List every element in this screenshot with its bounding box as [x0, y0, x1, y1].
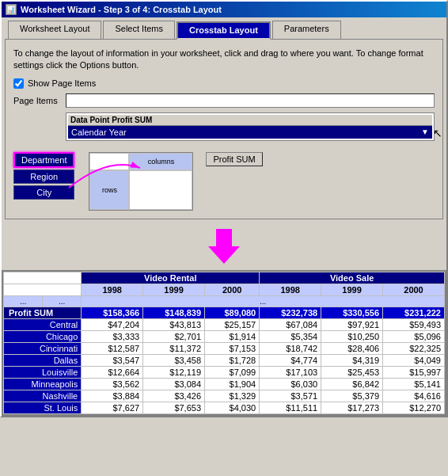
- arrow-head: [208, 246, 240, 264]
- ps-val-1: $148,839: [143, 307, 205, 318]
- tab-content: To change the layout of information in y…: [5, 39, 443, 219]
- c-v0: $47,204: [82, 318, 143, 330]
- cv-topright: columns: [129, 153, 192, 170]
- stl-v1: $7,653: [143, 402, 205, 413]
- nas-v2: $1,329: [205, 390, 260, 402]
- dal-v5: $4,049: [383, 354, 445, 366]
- arrow-shaft: [216, 229, 232, 246]
- dots-3: ...: [82, 295, 445, 307]
- tab-select-items[interactable]: Select Items: [103, 21, 175, 39]
- data-panel: Data Point Profit SUM Calendar Year ▼: [66, 112, 435, 141]
- dots-row: ... ... ...: [4, 295, 445, 307]
- stlouis-row: St. Louis $7,627 $7,653 $4,030 $11,511 $…: [4, 402, 445, 413]
- dal-v1: $3,458: [143, 354, 205, 366]
- lou-v1: $12,119: [143, 366, 205, 378]
- chi-v1: $2,701: [143, 330, 205, 342]
- stl-v3: $11,511: [260, 402, 321, 413]
- data-table: Video Rental Video Sale 1998 1999 2000 1…: [3, 272, 445, 414]
- louisville-label: Louisville: [4, 366, 82, 378]
- cin-v3: $18,742: [260, 342, 321, 354]
- c-v5: $59,493: [383, 318, 445, 330]
- window-title: Worksheet Wizard - Step 3 of 4: Crosstab…: [21, 5, 222, 14]
- ps-val-3: $232,738: [260, 307, 321, 318]
- cv-topleft: [89, 153, 129, 170]
- row-fields-panel: Department Region City: [13, 152, 74, 200]
- stl-v5: $12,270: [383, 402, 445, 413]
- calendar-year-item[interactable]: Calendar Year ▼: [68, 126, 432, 139]
- chi-v0: $3,333: [82, 330, 143, 342]
- empty-corner-2: [4, 284, 82, 295]
- calendar-year-button[interactable]: ▼: [421, 128, 429, 136]
- tab-parameters[interactable]: Parameters: [272, 21, 341, 39]
- show-page-items-checkbox[interactable]: [13, 78, 24, 89]
- profit-sum-row: Profit SUM $158,366 $148,839 $89,080 $23…: [4, 307, 445, 318]
- dal-v3: $4,774: [260, 354, 321, 366]
- dots-2: ...: [43, 295, 82, 307]
- data-fields-panel: Profit SUM: [206, 152, 262, 166]
- louisville-row: Louisville $12,664 $12,119 $7,099 $17,10…: [4, 366, 445, 378]
- tab-crosstab-layout[interactable]: Crosstab Layout: [177, 21, 271, 40]
- chicago-row: Chicago $3,333 $2,701 $1,914 $5,354 $10,…: [4, 330, 445, 342]
- chicago-label: Chicago: [4, 330, 82, 342]
- cin-v5: $22,325: [383, 342, 445, 354]
- stl-v2: $4,030: [205, 402, 260, 413]
- year-subheader-row: 1998 1999 2000 1998 1999 2000: [4, 284, 445, 295]
- page-items-input[interactable]: [66, 93, 435, 108]
- down-arrow-group: [208, 229, 240, 264]
- dal-v4: $4,319: [321, 354, 383, 366]
- data-panel-header: Data Point Profit SUM: [68, 115, 432, 126]
- nashville-row: Nashville $3,884 $3,426 $1,329 $3,571 $5…: [4, 390, 445, 402]
- app-icon: 📊: [6, 4, 17, 15]
- c-v4: $97,921: [321, 318, 383, 330]
- crosstab-grid: columns rows: [89, 152, 193, 211]
- nas-v1: $3,426: [143, 390, 205, 402]
- ps-val-2: $89,080: [205, 307, 260, 318]
- dal-v0: $3,547: [82, 354, 143, 366]
- data-panel-area: Data Point Profit SUM Calendar Year ▼ ↖: [66, 112, 435, 141]
- tab-worksheet-layout[interactable]: Worksheet Layout: [8, 21, 101, 39]
- minneapolis-row: Minneapolis $3,562 $3,084 $1,904 $6,030 …: [4, 378, 445, 390]
- lou-v5: $15,997: [383, 366, 445, 378]
- department-field[interactable]: Department: [13, 152, 74, 168]
- cin-v4: $28,406: [321, 342, 383, 354]
- crosstab-layout-area: Department Region City columns: [13, 144, 435, 211]
- ps-val-4: $330,556: [321, 307, 383, 318]
- cincinnati-label: Cincinnati: [4, 342, 82, 354]
- nas-v4: $5,379: [321, 390, 383, 402]
- cv-bottomright: [129, 170, 192, 210]
- cursor-indicator: ↖: [433, 127, 442, 139]
- show-page-items-row: Show Page Items: [13, 78, 435, 89]
- nas-v0: $3,884: [82, 390, 143, 402]
- min-v3: $6,030: [260, 378, 321, 390]
- main-window: 📊 Worksheet Wizard - Step 3 of 4: Crosst…: [0, 0, 448, 417]
- chi-v5: $5,096: [383, 330, 445, 342]
- chi-v4: $10,250: [321, 330, 383, 342]
- chi-v2: $1,914: [205, 330, 260, 342]
- nashville-label: Nashville: [4, 390, 82, 402]
- dallas-row: Dallas $3,547 $3,458 $1,728 $4,774 $4,31…: [4, 354, 445, 366]
- dots-1: ...: [4, 295, 43, 307]
- stl-v0: $7,627: [82, 402, 143, 413]
- year-1999-vs: 1999: [321, 284, 383, 295]
- video-sale-header: Video Sale: [260, 272, 445, 284]
- cin-v2: $7,153: [205, 342, 260, 354]
- video-rental-header: Video Rental: [82, 272, 260, 284]
- dal-v2: $1,728: [205, 354, 260, 366]
- region-field[interactable]: Region: [13, 169, 74, 184]
- profit-sum-label: Profit SUM: [4, 307, 82, 318]
- stlouis-label: St. Louis: [4, 402, 82, 413]
- city-field[interactable]: City: [13, 185, 74, 200]
- tabs-bar: Worksheet Layout Select Items Crosstab L…: [2, 17, 446, 39]
- c-v3: $67,084: [260, 318, 321, 330]
- year-1999-vr: 1999: [143, 284, 205, 295]
- lou-v2: $7,099: [205, 366, 260, 378]
- year-1998-vs: 1998: [260, 284, 321, 295]
- profit-sum-field[interactable]: Profit SUM: [206, 152, 262, 166]
- empty-corner: [4, 272, 82, 284]
- central-label: Central: [4, 318, 82, 330]
- data-table-section: Video Rental Video Sale 1998 1999 2000 1…: [2, 270, 446, 416]
- cin-v0: $12,587: [82, 342, 143, 354]
- page-items-row: Page Items: [13, 93, 435, 108]
- ps-val-0: $158,366: [82, 307, 143, 318]
- min-v1: $3,084: [143, 378, 205, 390]
